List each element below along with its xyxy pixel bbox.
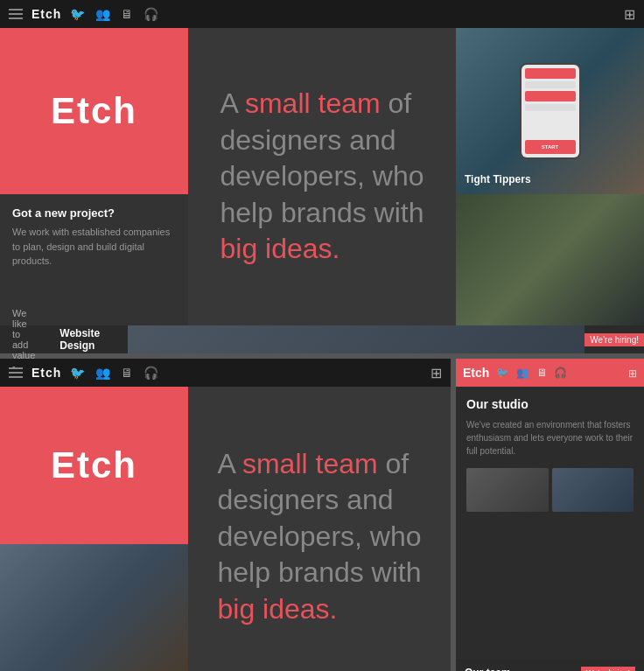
headphones-icon[interactable]: 🎧 (144, 7, 158, 21)
top-logo-block: Etch (0, 28, 188, 194)
hamburger-menu-icon[interactable] (9, 9, 23, 19)
hiring-badge[interactable]: We're hiring! (584, 333, 644, 346)
people-visual (0, 544, 188, 671)
bottom-center-col: A small team of designers and developers… (188, 387, 451, 671)
top-hero-highlight: small team (245, 87, 381, 119)
top-tagline-desc: We work with established companies to pl… (12, 225, 176, 269)
top-right-card-bottom (456, 194, 644, 325)
phone-mockup: START (520, 63, 581, 159)
studio-text: We've created an environment that foster… (466, 418, 634, 458)
top-nav-icons: 🐦 👥 🖥 🎧 (70, 7, 158, 21)
top-left-col: Etch Got a new project? We work with est… (0, 28, 188, 325)
bottom-left-text: We like to add value - (0, 308, 47, 371)
top-right-card-top: START Tight Tippers (456, 28, 644, 194)
bottom-center-text: Website Design (47, 327, 127, 352)
top-site-content: Etch Got a new project? We work with est… (0, 28, 644, 353)
bottom-right-panel: Etch 🐦 👥 🖥 🎧 ⊞ Our studio We've created … (456, 359, 644, 671)
phone-row-3 (525, 91, 576, 101)
panel-content: Our studio We've created an environment … (456, 387, 644, 659)
top-hero-text: A small team of designers and developers… (220, 86, 424, 268)
bottom-section: Etch 🐦 👥 🖥 🎧 ⊞ Etch (0, 359, 644, 671)
top-center-col: A small team of designers and developers… (188, 28, 456, 325)
phone-row-2 (525, 81, 576, 88)
plant-visual (456, 194, 644, 325)
top-hero-highlight2: big ideas. (220, 233, 340, 264)
bottom-left-col: Etch (0, 387, 188, 671)
top-logo-text: Etch (51, 90, 137, 132)
panel-image-2 (552, 468, 634, 512)
bottom-hero-highlight: small team (242, 448, 378, 479)
phone-row-4 (525, 104, 576, 111)
twitter-icon[interactable]: 🐦 (70, 7, 85, 21)
bottom-logo-block: Etch (0, 387, 188, 544)
bottom-site-content: Etch A small team of designers and devel… (0, 387, 451, 671)
address-bar-area: ⊞ (624, 6, 635, 23)
card-tight-tippers-label: Tight Tippers (465, 173, 531, 185)
bottom-logo-text: Etch (51, 444, 137, 486)
top-browser-chrome: Etch 🐦 👥 🖥 🎧 ⊞ (0, 0, 644, 28)
bottom-hero-highlight2: big ideas. (217, 593, 337, 625)
bottom-browser-window: Etch 🐦 👥 🖥 🎧 ⊞ Etch (0, 359, 451, 671)
top-browser-window: Etch 🐦 👥 🖥 🎧 ⊞ Etch Got a new project? W… (0, 0, 644, 353)
phone-screen: START (522, 65, 579, 157)
monitor-icon[interactable]: 🖥 (121, 7, 133, 21)
bottom-image-block (0, 544, 188, 671)
top-brand-title: Etch (32, 7, 61, 21)
grid-icon[interactable]: ⊞ (624, 6, 635, 23)
top-right-col: START Tight Tippers (456, 28, 644, 325)
bottom-hero-text: A small team of designers and developers… (217, 446, 421, 628)
top-bottom-bar: We like to add value - Website Design We… (0, 325, 644, 353)
panel-hiring-badge[interactable]: We're hiring! (581, 667, 635, 671)
panel-image-1 (466, 468, 549, 512)
panel-bottom-bar: Our team We're hiring! (456, 659, 644, 671)
top-tagline-title: Got a new project? (12, 206, 176, 220)
panel-team-title: Our team (465, 667, 511, 671)
card-bg-visual: START (456, 28, 644, 194)
phone-btn: START (525, 140, 576, 154)
top-tagline-block: Got a new project? We work with establis… (0, 194, 188, 325)
team-icon[interactable]: 👥 (95, 7, 110, 21)
studio-title: Our studio (466, 397, 634, 411)
photo-strip (128, 325, 585, 353)
panel-images (466, 468, 634, 512)
phone-row-1 (525, 68, 576, 79)
